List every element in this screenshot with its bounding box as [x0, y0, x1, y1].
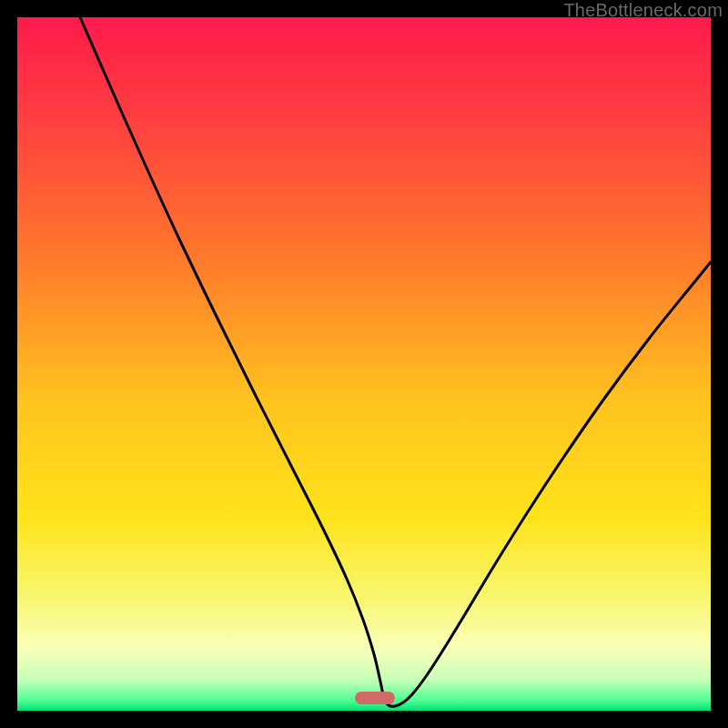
watermark-text: TheBottleneck.com [563, 0, 723, 21]
chart-stage: TheBottleneck.com [0, 0, 728, 728]
plot-area [17, 17, 711, 711]
background-gradient [17, 17, 711, 711]
minimum-marker [355, 692, 395, 704]
svg-rect-0 [17, 17, 711, 711]
